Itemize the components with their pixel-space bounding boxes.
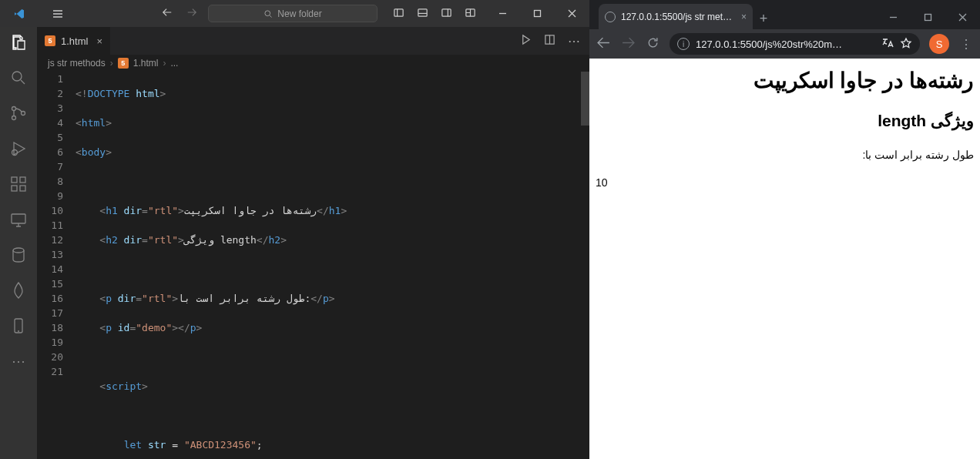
tab-title: 127.0.0.1:5500/js str methods/1 bbox=[621, 12, 736, 22]
panel-bottom-icon[interactable] bbox=[417, 7, 428, 21]
svg-rect-20 bbox=[925, 14, 931, 20]
address-bar[interactable]: i 127.0.0.1:5500/js%20str%20m… bbox=[670, 33, 920, 55]
scrollbar[interactable] bbox=[581, 72, 589, 459]
breadcrumb-more[interactable]: ... bbox=[170, 58, 178, 69]
line-number: 17 bbox=[37, 306, 63, 320]
explorer-icon[interactable] bbox=[9, 33, 28, 52]
svg-point-7 bbox=[12, 107, 16, 111]
editor-area: 5 1.html × ⋯ js str methods › 5 1.html ›… bbox=[37, 27, 589, 459]
profile-avatar[interactable]: S bbox=[929, 34, 949, 54]
more-icon[interactable]: ⋯ bbox=[9, 352, 28, 370]
line-number: 3 bbox=[37, 101, 63, 116]
globe-icon bbox=[605, 12, 616, 22]
code-editor[interactable]: 1 2 3 4 5 6 7 8 9 10 11 12 13 14 15 16 1 bbox=[37, 72, 589, 459]
database-icon[interactable] bbox=[9, 246, 28, 264]
line-number: 5 bbox=[37, 130, 63, 145]
line-number: 21 bbox=[37, 364, 63, 379]
panel-right-icon[interactable] bbox=[441, 7, 452, 21]
browser-window: 127.0.0.1:5500/js str methods/1 × + i 12… bbox=[589, 0, 980, 459]
demo-output: 10 bbox=[596, 176, 974, 189]
svg-point-6 bbox=[12, 72, 22, 81]
breadcrumb-file[interactable]: 1.html bbox=[133, 58, 159, 69]
line-number: 9 bbox=[37, 189, 63, 203]
svg-rect-12 bbox=[12, 186, 17, 191]
breadcrumb[interactable]: js str methods › 5 1.html › ... bbox=[37, 55, 589, 72]
line-number: 8 bbox=[37, 174, 63, 189]
tab-filename: 1.html bbox=[61, 35, 88, 47]
svg-rect-2 bbox=[418, 8, 427, 15]
line-number: 11 bbox=[37, 218, 63, 233]
split-editor-icon[interactable] bbox=[544, 34, 555, 49]
scrollbar-thumb[interactable] bbox=[581, 72, 589, 126]
line-number: 7 bbox=[37, 159, 63, 174]
bookmark-star-icon[interactable] bbox=[900, 37, 912, 52]
panel-left-icon[interactable] bbox=[393, 7, 404, 21]
command-center[interactable]: New folder bbox=[208, 5, 378, 22]
search-placeholder: New folder bbox=[277, 8, 321, 19]
device-icon[interactable] bbox=[9, 317, 28, 335]
browser-toolbar: i 127.0.0.1:5500/js%20str%20m… S ⋮ bbox=[589, 29, 980, 59]
hamburger-menu-icon[interactable] bbox=[39, 8, 77, 20]
window-minimize-icon[interactable] bbox=[485, 0, 520, 27]
line-gutter: 1 2 3 4 5 6 7 8 9 10 11 12 13 14 15 16 1 bbox=[37, 72, 76, 459]
line-number: 10 bbox=[37, 203, 63, 218]
line-number: 18 bbox=[37, 320, 63, 335]
more-actions-icon[interactable]: ⋯ bbox=[568, 34, 580, 49]
chevron-right-icon: › bbox=[110, 58, 113, 69]
tab-close-icon[interactable]: × bbox=[96, 35, 102, 47]
window-maximize-icon[interactable] bbox=[520, 0, 555, 27]
page-heading-2: ویژگی length bbox=[596, 112, 974, 130]
svg-rect-5 bbox=[535, 11, 541, 17]
svg-rect-3 bbox=[442, 8, 451, 15]
line-number: 6 bbox=[37, 145, 63, 159]
line-number: 19 bbox=[37, 335, 63, 350]
svg-point-16 bbox=[13, 248, 24, 253]
window-close-icon[interactable] bbox=[945, 5, 980, 29]
mongodb-icon[interactable] bbox=[9, 281, 28, 300]
window-maximize-icon[interactable] bbox=[911, 5, 945, 29]
reload-icon[interactable] bbox=[645, 36, 660, 52]
nav-back-icon[interactable] bbox=[596, 36, 611, 52]
svg-rect-13 bbox=[20, 186, 25, 191]
browser-menu-icon[interactable]: ⋮ bbox=[958, 37, 974, 52]
line-number: 15 bbox=[37, 276, 63, 291]
vscode-logo bbox=[0, 8, 39, 20]
web-page: رشته‌ها در جاوا اسکریپت ویژگی length طول… bbox=[589, 59, 980, 459]
translate-icon[interactable] bbox=[881, 37, 894, 52]
nav-back-icon[interactable] bbox=[162, 7, 173, 20]
line-number: 16 bbox=[37, 291, 63, 306]
browser-tab-strip: 127.0.0.1:5500/js str methods/1 × + bbox=[589, 0, 980, 29]
tab-close-icon[interactable]: × bbox=[741, 12, 747, 22]
page-paragraph: طول رشته برابر است با: bbox=[596, 149, 974, 161]
line-number: 12 bbox=[37, 233, 63, 247]
window-minimize-icon[interactable] bbox=[876, 5, 911, 29]
svg-rect-15 bbox=[12, 214, 25, 223]
line-number: 13 bbox=[37, 247, 63, 262]
title-bar: New folder bbox=[0, 0, 589, 27]
remote-icon[interactable] bbox=[9, 210, 28, 229]
run-icon[interactable] bbox=[520, 34, 532, 49]
activity-bar: ⋯ bbox=[0, 27, 37, 459]
tab-bar: 5 1.html × ⋯ bbox=[37, 27, 589, 55]
source-control-icon[interactable] bbox=[9, 104, 28, 122]
main-area: ⋯ 5 1.html × ⋯ js str methods › bbox=[0, 27, 589, 459]
vscode-window: New folder ⋯ bbox=[0, 0, 589, 459]
code-content[interactable]: <!DOCTYPE html> <html> <body> <h1 dir="r… bbox=[76, 72, 589, 459]
nav-forward-icon bbox=[620, 36, 636, 52]
window-close-icon[interactable] bbox=[555, 0, 589, 27]
tab-1-html[interactable]: 5 1.html × bbox=[37, 27, 111, 55]
line-number: 1 bbox=[37, 72, 63, 86]
extensions-icon[interactable] bbox=[9, 175, 28, 193]
line-number: 4 bbox=[37, 116, 63, 130]
debug-icon[interactable] bbox=[9, 139, 28, 158]
new-tab-button[interactable]: + bbox=[753, 8, 774, 29]
search-icon[interactable] bbox=[9, 69, 28, 87]
layout-icon[interactable] bbox=[465, 7, 476, 21]
line-number: 20 bbox=[37, 350, 63, 364]
line-number: 14 bbox=[37, 262, 63, 276]
browser-tab[interactable]: 127.0.0.1:5500/js str methods/1 × bbox=[599, 4, 753, 29]
breadcrumb-folder[interactable]: js str methods bbox=[48, 58, 106, 69]
site-info-icon[interactable]: i bbox=[677, 38, 690, 50]
line-number: 2 bbox=[37, 86, 63, 101]
svg-rect-1 bbox=[394, 8, 403, 15]
